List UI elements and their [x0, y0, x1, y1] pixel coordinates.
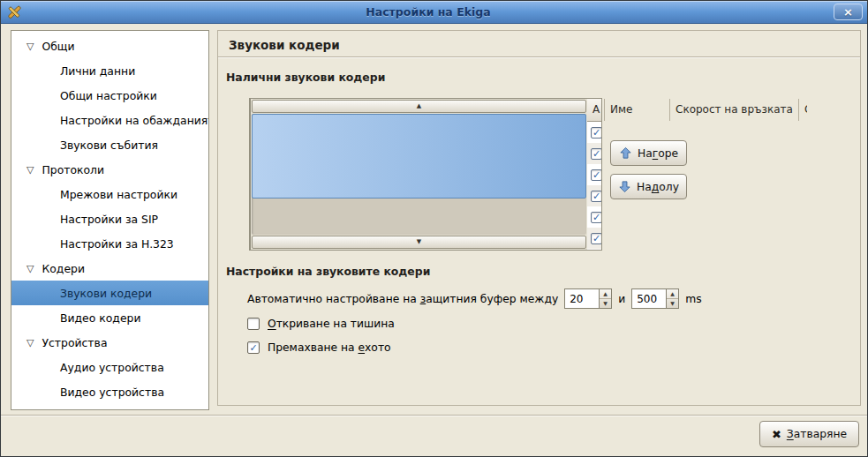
arrow-up-icon — [619, 146, 632, 160]
option-label: Премахване на ехото — [268, 341, 391, 354]
sidebar-group[interactable]: ▽Общи — [11, 34, 208, 58]
codec-table: A Име Скорост на връзката Скорост на час… — [249, 98, 602, 251]
option-checkbox[interactable]: ✓ — [247, 341, 260, 354]
sidebar-item-label: Мрежови настройки — [60, 188, 177, 201]
table-scrollbar[interactable]: ▲ ▼ — [250, 99, 587, 250]
sidebar-item-label: Видео устройства — [60, 386, 164, 399]
sidebar-item[interactable]: Звукови кодери — [11, 281, 208, 305]
sidebar-item-label: Настройки на обажданията — [60, 114, 209, 127]
option-checkbox-row[interactable]: Откриване на тишина — [247, 317, 395, 331]
sidebar-group-label: Кодери — [42, 262, 85, 275]
column-header-bitrate[interactable]: Скорост на връзката — [670, 99, 799, 121]
sidebar-item-label: Настройки за SIP — [60, 213, 158, 226]
sidebar-item[interactable]: Настройки за SIP — [11, 206, 208, 231]
codec-active-checkbox[interactable]: ✓ — [591, 127, 601, 139]
spinner-up-icon[interactable]: ▲ — [667, 289, 678, 299]
jitter-min-value[interactable]: 20 — [565, 289, 599, 308]
sidebar-item-label: Аудио устройства — [60, 361, 164, 374]
close-x-icon: ✖ — [772, 429, 781, 440]
jitter-buffer-row: Автоматично настройване на защитния буфе… — [247, 288, 702, 309]
sidebar-item[interactable]: Лични данни — [11, 58, 208, 83]
window-close-button[interactable]: × — [834, 4, 863, 20]
scrollbar-track[interactable] — [252, 114, 586, 235]
jitter-and-label: и — [618, 293, 625, 305]
settings-section-label: Настройки на звуковите кодери — [226, 265, 430, 278]
sidebar-item[interactable]: Мрежови настройки — [11, 182, 208, 206]
option-checkbox-row[interactable]: ✓Премахване на ехото — [247, 341, 395, 355]
close-dialog-label: Затваряне — [787, 428, 847, 440]
codec-active-cell: ✓ — [587, 127, 601, 139]
sidebar-group-label: Протоколи — [42, 163, 104, 176]
jitter-max-spinner[interactable]: 500 ▲ ▼ — [631, 288, 679, 309]
column-header-active[interactable]: A — [587, 99, 605, 121]
scroll-up-icon[interactable]: ▲ — [252, 100, 586, 113]
window-title: Настройки на Ekiga — [23, 5, 834, 19]
sidebar-item-label: Видео кодери — [60, 311, 140, 325]
sidebar-group[interactable]: ▽Кодери — [11, 256, 208, 281]
column-header-clockrate[interactable]: Скорост на часовника — [799, 99, 807, 121]
spinner-down-icon[interactable]: ▼ — [667, 299, 678, 308]
titlebar[interactable]: Настройки на Ekiga × — [1, 1, 867, 24]
jitter-min-spinner[interactable]: 20 ▲ ▼ — [564, 288, 612, 309]
page-title: Звукови кодери — [229, 38, 340, 52]
expander-open-icon[interactable]: ▽ — [26, 165, 34, 175]
sidebar-item[interactable]: Звукови събития — [11, 132, 208, 157]
jitter-unit-label: ms — [685, 293, 701, 305]
jitter-label: Автоматично настройване на защитния буфе… — [247, 293, 558, 305]
codec-active-cell: ✓ — [587, 212, 601, 223]
codec-active-checkbox[interactable]: ✓ — [591, 212, 601, 223]
jitter-max-value[interactable]: 500 — [632, 289, 666, 308]
table-row[interactable]: ✓GSM13,2 kbps8 kHz — [587, 164, 601, 185]
move-down-button[interactable]: Надолу — [610, 174, 687, 199]
scrollbar-thumb[interactable] — [252, 114, 586, 199]
codec-active-checkbox[interactable]: ✓ — [591, 169, 601, 181]
move-up-button[interactable]: Нагоре — [610, 140, 687, 166]
codec-active-cell: ✓ — [587, 169, 601, 181]
table-row[interactable]: ✓MS-GSM13,0 kbps8 kHz — [587, 185, 601, 206]
sidebar-tree: ▽ОбщиЛични данниОбщи настройкиНастройки … — [11, 30, 209, 410]
dialog-body: ▽ОбщиЛични данниОбщи настройкиНастройки … — [1, 24, 867, 456]
codec-active-cell: ✓ — [587, 233, 601, 244]
codec-active-checkbox[interactable]: ✓ — [591, 191, 601, 202]
scroll-down-icon[interactable]: ▼ — [252, 236, 586, 249]
expander-open-icon[interactable]: ▽ — [26, 264, 34, 273]
option-checkbox[interactable] — [247, 318, 260, 330]
sidebar-item[interactable]: Настройки за H.323 — [11, 231, 208, 256]
sidebar-group-label: Общи — [42, 40, 74, 53]
sidebar-group[interactable]: ▽Устройства — [11, 330, 208, 355]
expander-open-icon[interactable]: ▽ — [26, 338, 34, 348]
table-row[interactable]: ✓iLBC13,3 kbps8 kHz — [587, 143, 601, 164]
close-x-icon: × — [843, 6, 853, 18]
codec-active-checkbox[interactable]: ✓ — [591, 233, 601, 244]
tools-icon — [5, 4, 23, 21]
arrow-down-icon — [618, 180, 631, 193]
sidebar-item-label: Настройки за H.323 — [60, 237, 174, 251]
sidebar-item-label: Звукови събития — [60, 139, 158, 152]
sidebar-item[interactable]: Общи настройки — [11, 83, 208, 108]
close-dialog-button[interactable]: ✖ Затваряне — [759, 421, 859, 447]
codec-active-cell: ✓ — [587, 191, 601, 202]
column-header-name[interactable]: Име — [605, 99, 670, 121]
spinner-up-icon[interactable]: ▲ — [600, 289, 611, 299]
sidebar-item[interactable]: Аудио устройства — [11, 355, 208, 379]
expander-open-icon[interactable]: ▽ — [26, 41, 34, 51]
codec-active-checkbox[interactable]: ✓ — [591, 148, 601, 160]
sidebar-item[interactable]: Видео устройства — [11, 379, 208, 404]
spinner-arrows: ▲ ▼ — [666, 289, 678, 308]
sidebar-item-label: Общи настройки — [60, 89, 157, 102]
sidebar-item-label: Лични данни — [60, 64, 135, 78]
sidebar-item[interactable]: Видео кодери — [11, 305, 208, 330]
spinner-down-icon[interactable]: ▼ — [600, 299, 611, 308]
codec-options: Откриване на тишина✓Премахване на ехото — [247, 317, 395, 355]
codec-active-cell: ✓ — [587, 148, 601, 160]
table-row[interactable]: ✓SPEEX20,8 kbps16 kHz — [587, 122, 601, 143]
table-body: ✓SPEEX20,8 kbps16 kHz✓iLBC13,3 kbps8 kHz… — [587, 122, 601, 250]
table-row[interactable]: ✓SPEEX8,0 kbps8 kHz — [587, 206, 601, 228]
main-panel: Звукови кодери Налични звукови кодери A … — [217, 30, 861, 406]
footer-divider — [1, 415, 867, 416]
title-divider — [218, 56, 860, 58]
sidebar-item[interactable]: Настройки на обажданията — [11, 108, 208, 132]
table-row[interactable]: ✓PCMU64,0 kbps8 kHz — [587, 228, 601, 249]
codecs-section-label: Налични звукови кодери — [226, 71, 385, 84]
sidebar-group[interactable]: ▽Протоколи — [11, 157, 208, 182]
